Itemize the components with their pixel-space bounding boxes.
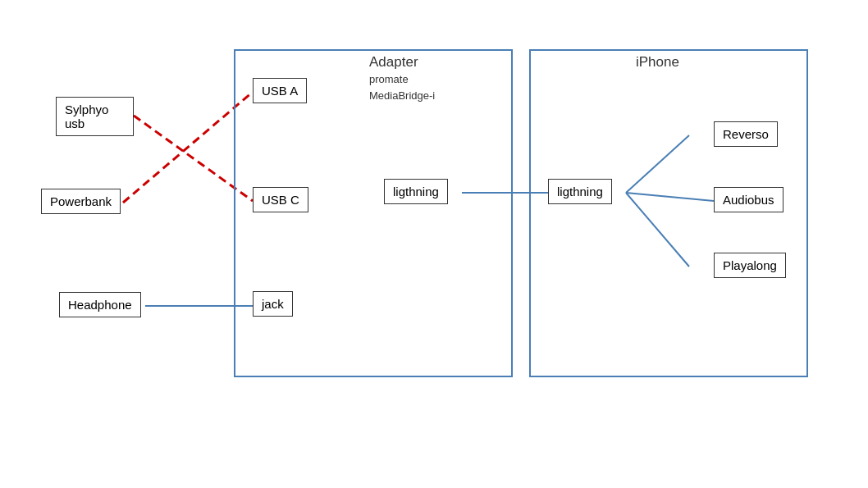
- headphone-label: Headphone: [68, 298, 132, 312]
- adapter-sublabel: promateMediaBridge-i: [369, 73, 435, 102]
- playalong-label: Playalong: [723, 258, 777, 272]
- usb-c-node: USB C: [253, 187, 308, 212]
- sylphyo-usb-label: Sylphyo usb: [65, 103, 108, 130]
- adapter-label: Adapter promateMediaBridge-i: [369, 54, 435, 103]
- lightning-adapter-label: ligthning: [393, 185, 439, 198]
- jack-node: jack: [253, 291, 293, 317]
- powerbank-node: Powerbank: [41, 189, 121, 214]
- audiobus-node: Audiobus: [714, 187, 783, 212]
- usb-c-label: USB C: [262, 193, 299, 207]
- lightning-adapter-node: ligthning: [384, 179, 448, 204]
- lightning-iphone-label: ligthning: [557, 185, 603, 198]
- adapter-title: Adapter: [369, 54, 418, 70]
- lightning-iphone-node: ligthning: [548, 179, 612, 204]
- reverso-node: Reverso: [714, 121, 778, 147]
- usb-a-label: USB A: [262, 84, 298, 98]
- playalong-node: Playalong: [714, 253, 786, 278]
- jack-label: jack: [262, 297, 284, 311]
- reverso-label: Reverso: [723, 127, 769, 141]
- iphone-section-box: [529, 49, 808, 377]
- iphone-label: iPhone: [636, 54, 679, 71]
- usb-a-node: USB A: [253, 78, 307, 103]
- headphone-node: Headphone: [59, 292, 141, 317]
- audiobus-label: Audiobus: [723, 193, 774, 207]
- powerbank-label: Powerbank: [50, 194, 112, 208]
- sylphyo-usb-node: Sylphyo usb: [56, 97, 134, 136]
- diagram-container: Adapter promateMediaBridge-i iPhone Sylp…: [0, 0, 868, 488]
